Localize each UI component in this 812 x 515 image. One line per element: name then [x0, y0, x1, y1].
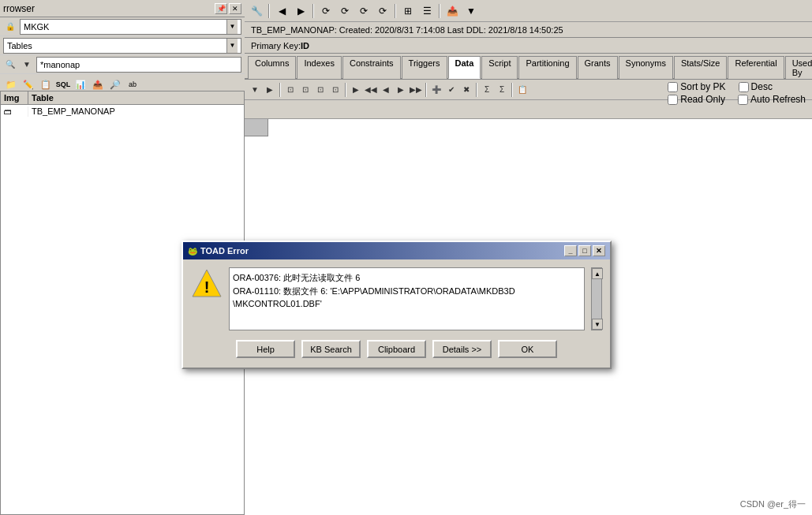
svg-text:!: ! [204, 278, 210, 296]
clipboard-button[interactable]: Clipboard [367, 340, 426, 358]
dialog-minimize-button[interactable]: _ [564, 245, 577, 256]
dialog-title: TOAD Error [200, 246, 249, 256]
scroll-track [592, 279, 601, 319]
dialog-close-button[interactable]: ✕ [593, 245, 605, 256]
error-dialog: 🐸 TOAD Error _ □ ✕ ! ORA-00376: 此时无法读取文件… [181, 241, 612, 369]
dialog-scrollbar: ▲ ▼ [591, 267, 602, 330]
help-button[interactable]: Help [236, 340, 295, 358]
warning-icon: ! [191, 267, 223, 299]
error-line-1: ORA-00376: 此时无法读取文件 6 [233, 271, 581, 285]
dialog-message-area: ORA-00376: 此时无法读取文件 6 ORA-01110: 数据文件 6:… [229, 267, 585, 330]
dialog-title-bar: 🐸 TOAD Error _ □ ✕ [183, 242, 610, 259]
scroll-up-arrow[interactable]: ▲ [592, 268, 603, 279]
kb-search-button[interactable]: KB Search [301, 340, 361, 358]
ok-button[interactable]: OK [498, 340, 557, 358]
error-line-3: \MKCONTROL01.DBF' [233, 297, 581, 311]
dialog-maximize-button[interactable]: □ [578, 245, 591, 256]
modal-overlay: 🐸 TOAD Error _ □ ✕ ! ORA-00376: 此时无法读取文件… [0, 0, 812, 515]
dialog-message: ORA-00376: 此时无法读取文件 6 ORA-01110: 数据文件 6:… [230, 268, 584, 330]
details-button[interactable]: Details >> [432, 340, 492, 358]
dialog-content: ! ORA-00376: 此时无法读取文件 6 ORA-01110: 数据文件 … [183, 259, 610, 334]
dialog-icon: 🐸 [188, 247, 197, 256]
dialog-controls: _ □ ✕ [564, 245, 605, 256]
error-line-2: ORA-01110: 数据文件 6: 'E:\APP\ADMINISTRATOR… [233, 285, 581, 298]
dialog-buttons: Help KB Search Clipboard Details >> OK [183, 334, 610, 368]
scroll-down-arrow[interactable]: ▼ [592, 319, 603, 330]
